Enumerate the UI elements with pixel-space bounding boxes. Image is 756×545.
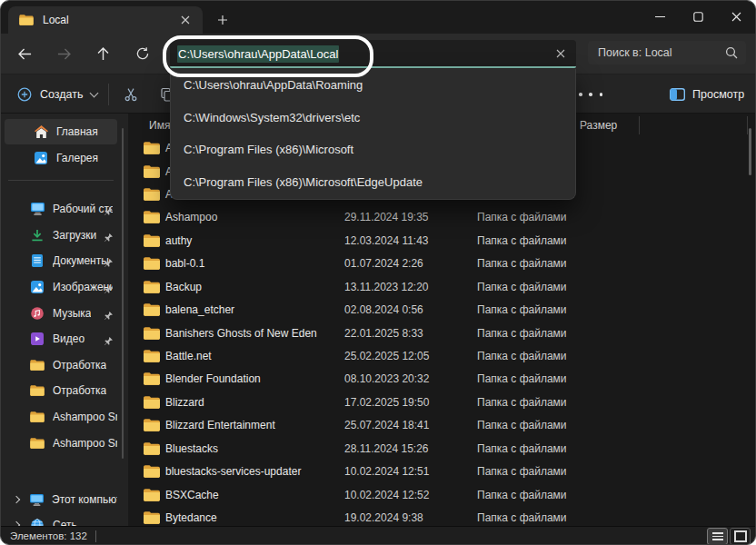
table-row[interactable]: BSXCache 10.02.2024 12:52 Папка с файлам… <box>128 484 755 507</box>
items-count: Элементов: 132 <box>10 530 87 541</box>
file-date: 25.07.2024 18:41 <box>344 419 429 431</box>
table-row[interactable]: bluestacks-services-updater 10.02.2024 1… <box>128 461 755 483</box>
icons-view-button[interactable] <box>730 528 751 544</box>
search-icon[interactable] <box>725 46 738 63</box>
details-view-button[interactable] <box>707 528 728 544</box>
sidebar-item-folder[interactable]: Ashampoo Snap <box>5 431 117 456</box>
desktop-icon <box>30 203 45 215</box>
column-separator[interactable] <box>747 116 748 134</box>
search-box[interactable]: Поиск в: Local <box>588 41 746 64</box>
sidebar-item-label: Документы <box>53 254 109 267</box>
sidebar-item-music[interactable]: Музыка <box>5 301 117 326</box>
forward-button[interactable] <box>49 39 78 68</box>
folder-icon <box>144 165 160 178</box>
tab-local[interactable]: Local <box>8 6 203 34</box>
folder-icon <box>144 142 160 154</box>
table-row[interactable]: Battle.net 25.02.2025 12:05 Папка с файл… <box>128 345 755 368</box>
sidebar-item-desktop[interactable]: Рабочий сто <box>5 196 117 222</box>
address-suggestion[interactable]: C:\Users\ohrau\AppData\Roaming <box>171 69 575 102</box>
sidebar-item-videos[interactable]: Видео <box>5 326 117 352</box>
up-button[interactable] <box>88 39 117 68</box>
table-row[interactable]: Bluestacks 28.11.2024 15:26 Папка с файл… <box>128 438 755 461</box>
new-tab-button[interactable] <box>212 10 234 30</box>
sidebar-divider <box>8 180 114 181</box>
file-date: 13.11.2023 12:20 <box>344 281 429 293</box>
table-row[interactable]: authy 12.03.2024 11:43 Папка с файлами <box>128 230 755 253</box>
folder-icon <box>144 257 160 270</box>
icons-view-icon <box>734 530 747 542</box>
sidebar-item-home[interactable]: Главная <box>5 119 117 144</box>
file-type: Папка с файлами <box>477 234 567 247</box>
table-row[interactable]: Banishers Ghosts of New Eden 22.01.2025 … <box>128 322 755 345</box>
details-view-icon <box>712 532 723 540</box>
pictures-icon <box>30 281 45 293</box>
add-circle-icon <box>17 87 32 102</box>
address-accent-underline <box>170 66 576 68</box>
address-suggestion[interactable]: C:\Windows\System32\drivers\etc <box>171 102 575 134</box>
sidebar-item-folder[interactable]: Отработка <box>5 378 117 403</box>
table-row[interactable]: babl-0.1 01.07.2024 2:26 Папка с файлами <box>128 253 755 275</box>
folder-icon <box>144 281 160 293</box>
file-date: 10.02.2024 12:51 <box>344 465 429 478</box>
address-suggestions-dropdown: C:\Users\ohrau\AppData\Roaming C:\Window… <box>170 69 576 200</box>
table-row[interactable]: balena_etcher 02.08.2024 0:56 Папка с фа… <box>128 299 755 322</box>
file-type: Папка с файлами <box>477 257 567 270</box>
file-type: Папка с файлами <box>477 303 567 316</box>
file-name: Bytedance <box>165 511 217 524</box>
pin-icon <box>104 203 114 220</box>
chevron-right-icon[interactable] <box>13 496 20 503</box>
file-type: Папка с файлами <box>477 465 567 478</box>
more-options-button[interactable] <box>577 86 604 103</box>
address-bar-input[interactable]: C:\Users\ohrau\AppData\Local <box>170 40 576 67</box>
tab-close-icon[interactable] <box>177 13 194 27</box>
cut-button[interactable] <box>115 81 146 108</box>
address-suggestion[interactable]: C:\Program Files (x86)\Microsoft <box>171 134 575 166</box>
sidebar-item-label: Отработка <box>53 359 106 372</box>
file-list-scrollbar[interactable] <box>749 128 751 175</box>
table-row[interactable]: Ashampoo 29.11.2024 19:35 Папка с файлам… <box>128 206 755 229</box>
refresh-button[interactable] <box>128 39 157 68</box>
sidebar-item-pictures[interactable]: Изображени <box>5 274 117 300</box>
home-icon <box>34 125 48 138</box>
sidebar-item-network[interactable]: Сеть <box>5 512 117 526</box>
sidebar-item-label: Музыка <box>53 307 91 320</box>
file-name: Ashampoo <box>165 211 217 223</box>
address-suggestion[interactable]: C:\Program Files (x86)\Microsoft\EdgeUpd… <box>171 166 575 199</box>
maximize-button[interactable] <box>679 1 717 32</box>
table-row[interactable]: Blender Foundation 08.10.2023 20:32 Папк… <box>128 368 755 391</box>
gallery-icon <box>34 152 48 164</box>
sidebar-scrollbar[interactable] <box>122 128 124 459</box>
back-button[interactable] <box>10 39 39 68</box>
table-row[interactable]: Blizzard Entertainment 25.07.2024 18:41 … <box>128 414 755 437</box>
file-type: Папка с файлами <box>477 327 567 340</box>
video-icon <box>30 332 45 345</box>
sidebar-item-folder[interactable]: Отработка <box>5 352 117 378</box>
column-header-size[interactable]: Размер <box>580 119 617 132</box>
clear-address-icon[interactable] <box>552 46 569 61</box>
sidebar-item-gallery[interactable]: Галерея <box>5 145 117 171</box>
create-label: Создать <box>40 88 84 101</box>
music-icon <box>30 307 45 320</box>
folder-icon <box>144 303 160 316</box>
folder-icon <box>30 438 45 449</box>
close-button[interactable] <box>717 1 755 32</box>
file-name: balena_etcher <box>165 303 234 316</box>
sidebar-item-this-pc[interactable]: Этот компьюте <box>5 487 117 512</box>
create-button[interactable]: Создать <box>10 81 104 108</box>
minimize-button[interactable] <box>641 1 679 32</box>
chevron-down-icon <box>89 89 98 98</box>
view-button[interactable]: Просмотр <box>664 81 750 108</box>
file-type: Папка с файлами <box>477 419 567 431</box>
file-name: Bluestacks <box>165 442 218 455</box>
status-bar: Элементов: 132 <box>1 526 755 544</box>
sidebar-item-documents[interactable]: Документы <box>5 248 117 273</box>
sidebar-item-downloads[interactable]: Загрузки <box>5 223 117 248</box>
file-name: authy <box>165 234 192 247</box>
network-icon <box>30 519 45 526</box>
table-row[interactable]: Blizzard 17.02.2025 19:50 Папка с файлам… <box>128 391 755 414</box>
sidebar-item-folder[interactable]: Ashampoo Snap <box>5 404 117 430</box>
column-separator[interactable] <box>639 116 640 134</box>
column-header-name[interactable]: Имя <box>149 119 170 132</box>
table-row[interactable]: Bytedance 19.02.2024 9:38 Папка с файлам… <box>128 507 755 526</box>
table-row[interactable]: Backup 13.11.2023 12:20 Папка с файлами <box>128 276 755 299</box>
